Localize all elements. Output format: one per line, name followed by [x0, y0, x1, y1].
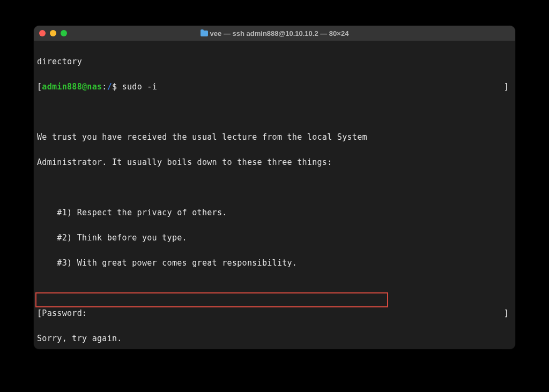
bracket: [: [37, 82, 42, 92]
output-line: We trust you have received the usual lec…: [37, 132, 367, 142]
terminal-body[interactable]: directory [admin888@nas:/$ sudo -i] We t…: [34, 41, 515, 349]
title-text: vee — ssh admin888@10.10.10.2 — 80×24: [210, 29, 349, 37]
close-icon[interactable]: [39, 30, 46, 36]
at: @: [82, 82, 87, 92]
output-line: directory: [37, 57, 82, 66]
window-title: vee — ssh admin888@10.10.10.2 — 80×24: [34, 29, 515, 37]
folder-icon: [201, 31, 208, 36]
output-line: Password:: [42, 308, 87, 318]
output-line: #3) With great power comes great respons…: [37, 258, 297, 268]
output-line: #1) Respect the privacy of others.: [37, 208, 227, 217]
prompt-user: admin888: [42, 82, 82, 92]
output-line: #2) Think before you type.: [37, 233, 187, 243]
bracket: [: [37, 308, 42, 318]
sep: :: [102, 82, 107, 92]
bracket: ]: [504, 81, 509, 94]
minimize-icon[interactable]: [50, 30, 56, 36]
command-text: sudo -i: [122, 82, 157, 92]
prompt-symbol: $: [112, 82, 122, 92]
traffic-lights: [39, 30, 67, 36]
titlebar[interactable]: vee — ssh admin888@10.10.10.2 — 80×24: [34, 26, 515, 41]
output-line: Sorry, try again.: [37, 334, 122, 343]
prompt-host: nas: [87, 82, 102, 92]
output-line: Administrator. It usually boils down to …: [37, 157, 332, 167]
terminal-window: vee — ssh admin888@10.10.10.2 — 80×24 di…: [34, 26, 515, 349]
bracket: ]: [504, 307, 509, 320]
annotation-highlight-box: [35, 292, 388, 307]
zoom-icon[interactable]: [61, 30, 67, 36]
prompt-path: /: [107, 82, 112, 92]
